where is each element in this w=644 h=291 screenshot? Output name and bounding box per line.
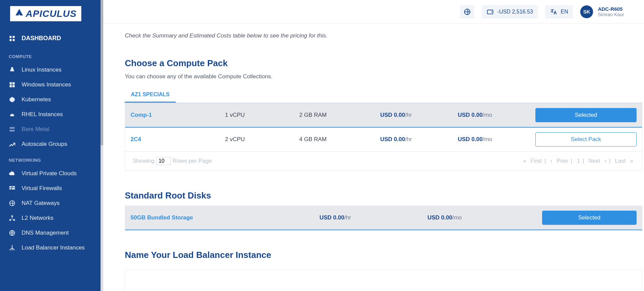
scrollbar-thumb[interactable] <box>101 0 103 145</box>
svg-rect-6 <box>10 85 12 87</box>
compute-tabs: AZ1 SPECIALS <box>125 88 642 103</box>
sidebar-item-linux[interactable]: Linux Instances <box>0 62 101 77</box>
disk-table: 50GB Bundled Storage USD 0.00/hr USD 0.0… <box>125 206 642 230</box>
linux-icon <box>9 67 16 73</box>
sidebar: APICULUS DASHBOARD COMPUTE Linux Instanc… <box>0 0 101 291</box>
globe-icon <box>464 8 471 16</box>
kubernetes-icon <box>9 96 16 103</box>
pager-last[interactable]: Last <box>615 158 626 164</box>
svg-rect-13 <box>9 188 11 189</box>
sidebar-label: DNS Management <box>22 230 69 236</box>
nat-icon <box>9 200 16 207</box>
instance-name-input[interactable] <box>125 270 642 291</box>
sidebar-label: Load Balancer Instances <box>22 244 85 251</box>
content: Check the Summary and Estimated Costs ta… <box>101 24 644 291</box>
svg-point-21 <box>10 249 11 250</box>
svg-rect-7 <box>12 85 15 87</box>
sidebar-label: Autoscale Groups <box>22 141 67 148</box>
brand-logo[interactable]: APICULUS <box>10 6 81 21</box>
showing-label: Showing <box>133 158 155 164</box>
sidebar-item-windows[interactable]: Windows Instances <box>0 77 101 92</box>
svg-rect-0 <box>10 36 12 38</box>
pager-first[interactable]: First <box>531 158 542 164</box>
tab-az1-specials[interactable]: AZ1 SPECIALS <box>125 88 176 103</box>
pack-price-mo: USD 0.00/mo <box>458 112 535 118</box>
dashboard-icon <box>9 35 16 42</box>
rhel-icon <box>9 111 16 118</box>
disk-row: 50GB Bundled Storage USD 0.00/hr USD 0.0… <box>125 206 642 230</box>
sidebar-item-baremetal[interactable]: Bare Metal <box>0 122 101 137</box>
pack-price-hr: USD 0.00/hr <box>380 112 458 118</box>
svg-marker-8 <box>10 97 15 103</box>
pack-name[interactable]: 2C4 <box>131 136 225 143</box>
svg-rect-10 <box>10 130 15 132</box>
pack-cpu: 2 vCPU <box>225 136 299 143</box>
sidebar-label: RHEL Instances <box>22 111 63 118</box>
nav: DASHBOARD COMPUTE Linux Instances Window… <box>0 30 101 291</box>
sidebar-item-vpc[interactable]: Virtual Private Clouds <box>0 166 101 181</box>
cloud-icon <box>9 170 16 177</box>
sidebar-label: Bare Metal <box>22 126 49 133</box>
language-chip[interactable]: EN <box>545 5 573 19</box>
chevron-right-icon: › <box>605 158 607 164</box>
globe-chip[interactable] <box>460 5 474 19</box>
svg-point-26 <box>491 11 492 12</box>
pager-left: Showing Rows per Page <box>133 157 212 165</box>
sidebar-label: Virtual Private Clouds <box>22 170 77 177</box>
sidebar-item-autoscale[interactable]: Autoscale Groups <box>0 137 101 152</box>
compute-row: Comp-1 1 vCPU 2 GB RAM USD 0.00/hr USD 0… <box>125 103 642 128</box>
svg-rect-5 <box>12 82 15 85</box>
svg-point-16 <box>11 215 13 217</box>
chevron-left-icon: « <box>523 158 526 164</box>
server-icon <box>9 126 16 133</box>
sidebar-item-nat[interactable]: NAT Gateways <box>0 196 101 211</box>
svg-point-22 <box>11 249 12 250</box>
pager-page: 1 <box>577 158 580 164</box>
sidebar-item-dns[interactable]: DNS Management <box>0 226 101 240</box>
scrollbar-track[interactable] <box>101 0 103 291</box>
loadbalancer-icon <box>9 244 16 251</box>
translate-icon <box>550 8 557 16</box>
svg-rect-12 <box>12 186 15 187</box>
sidebar-item-lb[interactable]: Load Balancer Instances <box>0 240 101 255</box>
pack-price-hr: USD 0.00/hr <box>380 136 458 143</box>
pack-ram: 4 GB RAM <box>299 136 380 143</box>
sidebar-item-l2[interactable]: L2 Networks <box>0 211 101 226</box>
pack-name[interactable]: Comp-1 <box>131 112 225 118</box>
balance-chip[interactable]: -USD 2,516.53 <box>482 5 538 19</box>
topbar: -USD 2,516.53 EN SK ADC-R605 Simran Kaur <box>101 0 644 24</box>
sidebar-label: L2 Networks <box>22 215 53 221</box>
sidebar-label: Kubernetes <box>22 96 51 103</box>
svg-rect-1 <box>13 36 15 38</box>
sidebar-item-dashboard[interactable]: DASHBOARD <box>0 30 101 48</box>
root-disks-title: Standard Root Disks <box>125 190 642 201</box>
logo-wrap: APICULUS <box>0 0 101 30</box>
select-pack-button[interactable]: Selected <box>535 108 637 122</box>
disk-price-mo: USD 0.00/mo <box>427 214 542 221</box>
select-disk-button[interactable]: Selected <box>542 211 637 225</box>
main: -USD 2,516.53 EN SK ADC-R605 Simran Kaur… <box>101 0 644 291</box>
svg-rect-2 <box>10 39 12 41</box>
pager-next[interactable]: Next <box>588 158 600 164</box>
svg-rect-3 <box>13 39 15 41</box>
pager: Showing Rows per Page « First| ‹ Prev| 1… <box>125 152 642 170</box>
svg-point-20 <box>11 245 12 246</box>
chevron-left-icon: ‹ <box>550 158 552 164</box>
sidebar-label: Virtual Firewalls <box>22 185 62 192</box>
rows-per-page-input[interactable] <box>156 157 171 165</box>
sidebar-item-firewalls[interactable]: Virtual Firewalls <box>0 181 101 196</box>
pager-prev[interactable]: Prev <box>556 158 568 164</box>
network-icon <box>9 215 16 221</box>
language-text: EN <box>561 9 568 15</box>
sidebar-label: Windows Instances <box>22 81 71 88</box>
select-pack-button[interactable]: Select Pack <box>535 132 637 147</box>
sidebar-item-kubernetes[interactable]: Kubernetes <box>0 92 101 107</box>
compute-pack-subtitle: You can choose any of the available Comp… <box>125 73 642 80</box>
dns-icon <box>9 230 16 236</box>
sidebar-item-rhel[interactable]: RHEL Instances <box>0 107 101 122</box>
user-name: Simran Kaur <box>598 12 624 17</box>
disk-price-hr: USD 0.00/hr <box>319 214 427 221</box>
sidebar-label: NAT Gateways <box>22 200 60 207</box>
disk-name[interactable]: 50GB Bundled Storage <box>131 214 319 221</box>
user-block[interactable]: SK ADC-R605 Simran Kaur <box>580 5 624 18</box>
